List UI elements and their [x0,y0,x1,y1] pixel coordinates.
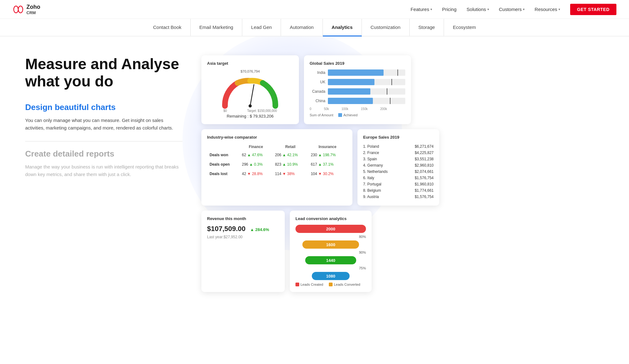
chart-legend: Sum of Amount Achieved [310,113,405,117]
bar-marker-canada [387,88,387,95]
lead-bar-2000: 2000 [295,225,366,233]
col-header-retail: Retail [272,143,308,150]
cards-middle-row: Industry-wise comparator Finance Retail … [201,129,439,206]
section2-desc: Manage the way your business is run with… [25,163,183,178]
navbar: Zoho CRM Features ▾ Pricing Solutions ▾ … [0,0,629,19]
svg-line-3 [250,85,254,106]
gauge-remaining: Remaining : $ 79,923,206 [227,114,274,119]
global-bar-chart: India UK [310,69,405,104]
lead-pct-80: 80% [295,235,366,239]
nav-solutions[interactable]: Solutions ▾ [467,7,489,12]
logo-sub: CRM [26,11,40,15]
gauge-chart [219,74,282,109]
lead-bar-row-1600: 1600 [295,240,366,249]
table-row: Deals lost 42 ▼ 28.8% 114 ▼ 38% 104 ▼ 30… [207,169,347,179]
industry-comparator-card: Industry-wise comparator Finance Retail … [201,129,352,206]
row-deals-won-label: Deals won [207,150,239,160]
row-deals-lost-finance: 42 ▼ 28.8% [239,169,272,179]
table-row: Deals won 62 ▲ 47.6% 206 ▲ 42.1% 230 ▲ 1… [207,150,347,160]
subnav-contact-book[interactable]: Contact Book [144,19,190,36]
revenue-title: Revenue this month [207,216,279,221]
bar-row-india: India [310,69,405,76]
revenue-amount-row: $107,509.00 ▲ 284.6% [207,225,279,233]
subnav-email-marketing[interactable]: Email Marketing [191,19,243,36]
nav-pricing[interactable]: Pricing [442,7,457,12]
bar-fill-india [328,69,384,76]
cards-top-row: Asia target $70,076,794 [201,55,439,124]
industry-table: Finance Retail Insurance Deals won 62 ▲ … [207,143,347,179]
divider [25,141,183,141]
row-deals-open-insurance: 617 ▲ 37.1% [308,160,347,169]
bar-track-uk [328,79,405,85]
bar-fill-china [328,98,373,104]
list-item: 6. Italy$1,576,754 [363,175,434,181]
gauge-max: Target: $150,000,000 [247,109,277,113]
legend-leads-created: Leads Created [295,283,323,286]
bar-fill-canada [328,88,370,95]
lead-legend: Leads Created Leads Converted [295,283,366,286]
subnav-customization[interactable]: Customization [362,19,410,36]
bar-marker-china [390,98,390,104]
logo-name: Zoho [26,4,40,11]
subnav-analytics[interactable]: Analytics [323,19,362,36]
bar-marker-uk [391,79,392,85]
global-sales-title: Global Sales 2019 [310,61,405,66]
bar-track-india [328,69,405,76]
bar-fill-uk [328,79,374,85]
right-panel: Asia target $70,076,794 [201,55,439,292]
bar-track-canada [328,88,405,95]
lead-conversion-title: Lead conversion analytics [295,216,366,221]
col-header-insurance: Insurance [308,143,347,150]
x-axis: 0 50k 100k 150k 200k [310,107,405,111]
nav-resources[interactable]: Resources ▾ [535,7,560,12]
svg-point-0 [14,6,18,13]
list-item: 1. Poland$6,271,674 [363,143,434,150]
subnav-automation[interactable]: Automation [281,19,323,36]
section1-title: Design beautiful charts [25,102,183,112]
bar-label-china: China [310,99,325,103]
lead-bar-row-2000: 2000 [295,225,366,233]
lead-bar-row-1080: 1080 [295,272,366,280]
legend-created-icon [295,283,299,286]
europe-list: 1. Poland$6,271,674 2. France$4,225,827 … [363,143,434,200]
legend-converted-icon [329,283,333,286]
subnav-lead-gen[interactable]: Lead Gen [242,19,281,36]
europe-sales-card: Europe Sales 2019 1. Poland$6,271,674 2.… [357,129,439,206]
bar-row-uk: UK [310,79,405,85]
row-deals-open-retail: 823 ▲ 10.9% [272,160,308,169]
chevron-down-icon: ▾ [487,8,489,11]
revenue-last-year: Last year:$27,952.00 [207,235,279,239]
legend-achieved: Achieved [338,113,357,117]
subnav-ecosystem[interactable]: Ecosystem [444,19,485,36]
row-deals-lost-label: Deals lost [207,169,239,179]
table-row: Deals open 296 ▲ 0.3% 823 ▲ 10.9% 617 ▲ … [207,160,347,169]
nav-features[interactable]: Features ▾ [411,7,432,12]
nav-links: Features ▾ Pricing Solutions ▾ Customers… [411,4,616,15]
get-started-button[interactable]: GET STARTED [570,4,616,15]
row-deals-won-retail: 206 ▲ 42.1% [272,150,308,160]
revenue-amount: $107,509.00 [207,225,245,233]
section2-title: Create detailed reports [25,149,183,159]
col-header-finance: Finance [239,143,272,150]
chevron-down-icon: ▾ [430,8,432,11]
row-deals-lost-retail: 114 ▼ 38% [272,169,308,179]
industry-comparator-title: Industry-wise comparator [207,135,347,140]
lead-pct-90: 90% [295,251,366,254]
subnav: Contact Book Email Marketing Lead Gen Au… [0,19,629,36]
gauge-axis: $0 Target: $150,000,000 [223,109,277,113]
col-header-empty [207,143,239,150]
lead-bar-1440: 1440 [305,256,356,264]
nav-customers[interactable]: Customers ▾ [499,7,525,12]
bar-marker-india [397,69,398,76]
logo[interactable]: Zoho CRM [13,4,40,15]
svg-point-1 [18,6,23,13]
revenue-change: ▲ 284.6% [250,227,269,232]
lead-bar-1600: 1600 [302,240,359,249]
subnav-storage[interactable]: Storage [410,19,444,36]
list-item: 7. Portugal$1,960,810 [363,181,434,187]
row-deals-open-finance: 296 ▲ 0.3% [239,160,272,169]
gauge-container: $70,076,794 [207,69,293,119]
zoho-logo-icon [13,4,24,15]
bar-label-uk: UK [310,80,325,84]
chevron-down-icon: ▾ [523,8,525,11]
